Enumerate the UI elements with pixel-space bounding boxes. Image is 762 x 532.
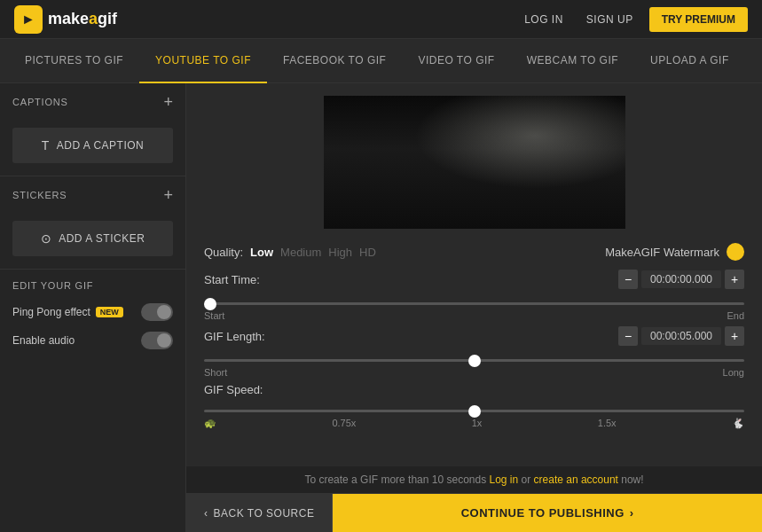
tab-upload[interactable]: UPLOAD A GIF: [634, 39, 745, 83]
caption-icon: T: [42, 138, 50, 153]
try-premium-button[interactable]: TRY PREMIUM: [649, 7, 748, 32]
continue-button[interactable]: CONTINUE TO PUBLISHING ›: [333, 494, 762, 532]
gif-length-control: − 00:00:05.000 +: [618, 326, 744, 346]
stickers-header: STICKERS +: [0, 176, 185, 214]
info-suffix: now!: [618, 473, 644, 486]
captions-add-button[interactable]: +: [163, 94, 173, 110]
captions-section: CAPTIONS + T ADD A CAPTION: [0, 83, 185, 176]
gif-speed-row: GIF Speed:: [204, 383, 744, 396]
tab-video[interactable]: VIDEO TO GIF: [402, 39, 510, 83]
captions-label: CAPTIONS: [12, 97, 68, 107]
video-area: [186, 83, 762, 236]
tab-facebook[interactable]: FACEBOOK TO GIF: [267, 39, 402, 83]
start-time-row: Start Time: − 00:00:00.000 +: [204, 270, 744, 289]
content: Quality: Low Medium High HD MakeAGIF Wat…: [186, 83, 762, 532]
edit-gif-section: EDIT YOUR GIF Ping Pong effect NEW Enabl…: [0, 270, 185, 371]
start-time-control: − 00:00:00.000 +: [618, 270, 744, 289]
add-sticker-button[interactable]: ⊙ ADD A STICKER: [12, 221, 173, 256]
back-to-source-button[interactable]: ‹ BACK TO SOURCE: [186, 494, 332, 532]
gif-length-slider[interactable]: [204, 359, 744, 362]
back-arrow-icon: ‹: [204, 507, 208, 520]
footer: ‹ BACK TO SOURCE CONTINUE TO PUBLISHING …: [186, 493, 762, 532]
info-bar: To create a GIF more than 10 seconds Log…: [186, 466, 762, 493]
gif-length-plus[interactable]: +: [725, 326, 744, 346]
quality-medium[interactable]: Medium: [280, 246, 321, 259]
stickers-add-button[interactable]: +: [163, 187, 173, 203]
logo-text: makeagif: [48, 10, 117, 28]
enable-audio-label: Enable audio: [12, 334, 75, 347]
add-caption-label: ADD A CAPTION: [57, 139, 145, 152]
gif-length-minus[interactable]: −: [618, 326, 638, 346]
login-button[interactable]: LOG IN: [517, 10, 570, 29]
gif-speed-label: GIF Speed:: [204, 383, 284, 396]
gif-speed-slider[interactable]: [204, 410, 744, 412]
new-badge: NEW: [96, 307, 123, 317]
gif-speed-labels: 🐢 0.75x 1x 1.5x 🐇: [204, 418, 744, 429]
enable-audio-toggle[interactable]: [141, 332, 173, 349]
add-caption-button[interactable]: T ADD A CAPTION: [12, 128, 173, 163]
start-time-slider-container: Start End: [204, 293, 744, 321]
gif-length-display: 00:00:05.000: [641, 327, 721, 345]
short-label: Short: [204, 367, 227, 378]
continue-label: CONTINUE TO PUBLISHING: [461, 506, 625, 520]
header-actions: LOG IN SIGN UP TRY PREMIUM: [517, 7, 748, 32]
long-label: Long: [723, 367, 744, 378]
tab-webcam[interactable]: WEBCAM TO GIF: [511, 39, 634, 83]
quality-label: Quality:: [204, 246, 243, 259]
create-account-link[interactable]: create an account: [534, 473, 618, 486]
main: CAPTIONS + T ADD A CAPTION STICKERS + ⊙ …: [0, 83, 762, 532]
video-preview-image: [324, 96, 625, 229]
header: ► makeagif LOG IN SIGN UP TRY PREMIUM: [0, 0, 762, 39]
ping-pong-row: Ping Pong effect NEW: [12, 303, 173, 321]
sidebar: CAPTIONS + T ADD A CAPTION STICKERS + ⊙ …: [0, 83, 186, 532]
enable-audio-row: Enable audio: [12, 332, 173, 349]
start-time-display: 00:00:00.000: [641, 270, 721, 288]
start-time-plus[interactable]: +: [725, 270, 744, 289]
captions-header: CAPTIONS +: [0, 83, 185, 121]
back-label: BACK TO SOURCE: [214, 507, 315, 520]
quality-hd[interactable]: HD: [359, 246, 376, 259]
gif-speed-slider-container: 🐢 0.75x 1x 1.5x 🐇: [204, 400, 744, 429]
video-preview: [324, 96, 625, 229]
ping-pong-label: Ping Pong effect NEW: [12, 306, 123, 318]
gif-length-slider-container: Short Long: [204, 349, 744, 378]
signup-button[interactable]: SIGN UP: [579, 10, 640, 29]
watermark-label: MakeAGIF Watermark: [605, 246, 719, 259]
ping-pong-toggle[interactable]: [141, 303, 173, 321]
tab-youtube[interactable]: YOUTUBE TO GIF: [139, 39, 267, 83]
quality-high[interactable]: High: [328, 246, 352, 259]
start-label: Start: [204, 310, 224, 321]
tab-pictures[interactable]: PICTURES TO GIF: [9, 39, 139, 83]
continue-arrow-icon: ›: [630, 506, 634, 520]
quality-left: Quality: Low Medium High HD: [204, 246, 376, 259]
speed-075: 0.75x: [332, 418, 356, 429]
gif-length-row: GIF Length: − 00:00:05.000 +: [204, 326, 744, 346]
quality-low[interactable]: Low: [250, 246, 273, 259]
start-time-minus[interactable]: −: [618, 270, 638, 289]
gif-length-labels: Short Long: [204, 367, 744, 378]
gif-length-label: GIF Length:: [204, 330, 284, 343]
speed-1: 1x: [472, 418, 483, 429]
sticker-icon: ⊙: [41, 231, 52, 246]
speed-15: 1.5x: [598, 418, 617, 429]
watermark-toggle[interactable]: [727, 243, 744, 261]
add-sticker-label: ADD A STICKER: [59, 232, 145, 245]
speed-fast-icon: 🐇: [732, 418, 744, 429]
edit-gif-title: EDIT YOUR GIF: [12, 280, 173, 291]
start-time-label: Start Time:: [204, 273, 284, 286]
logo-icon: ►: [14, 5, 43, 34]
stickers-label: STICKERS: [12, 190, 67, 200]
logo: ► makeagif: [14, 5, 117, 34]
controls: Quality: Low Medium High HD MakeAGIF Wat…: [186, 236, 762, 463]
info-text: To create a GIF more than 10 seconds: [304, 473, 489, 486]
end-label: End: [727, 310, 744, 321]
quality-row: Quality: Low Medium High HD MakeAGIF Wat…: [204, 243, 744, 261]
start-time-slider[interactable]: [204, 302, 744, 305]
stickers-section: STICKERS + ⊙ ADD A STICKER: [0, 176, 185, 270]
info-or: or: [518, 473, 533, 486]
start-time-labels: Start End: [204, 310, 744, 321]
login-link[interactable]: Log in: [489, 473, 518, 486]
watermark-row: MakeAGIF Watermark: [605, 243, 744, 261]
nav-tabs: PICTURES TO GIF YOUTUBE TO GIF FACEBOOK …: [0, 39, 762, 83]
speed-slow-icon: 🐢: [204, 418, 216, 429]
